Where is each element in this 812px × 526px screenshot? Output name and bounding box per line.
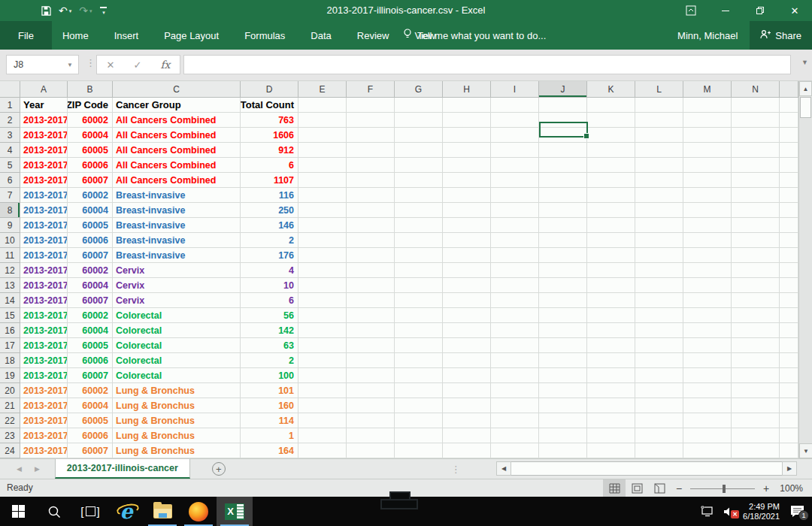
zoom-out-icon[interactable]: −	[671, 482, 687, 494]
cell[interactable]: 60005	[68, 143, 113, 158]
new-sheet-icon[interactable]: +	[212, 462, 226, 476]
cell[interactable]: 2013-2017	[20, 143, 68, 158]
zoom-slider-thumb[interactable]	[723, 485, 726, 493]
cell[interactable]: 60002	[68, 113, 113, 128]
action-center-icon[interactable]: 1	[790, 505, 804, 518]
cell[interactable]	[347, 323, 395, 338]
cell[interactable]: Lung & Bronchus	[113, 428, 241, 443]
cell[interactable]	[491, 128, 539, 143]
cell[interactable]	[732, 428, 780, 443]
cell[interactable]	[732, 113, 780, 128]
cell[interactable]	[780, 308, 798, 323]
row-header-2[interactable]: 2	[0, 113, 20, 128]
cell[interactable]	[635, 428, 683, 443]
cell[interactable]: 2013-2017	[20, 188, 68, 203]
cell[interactable]	[587, 398, 635, 413]
cell[interactable]	[443, 308, 491, 323]
zoom-in-icon[interactable]: +	[758, 482, 774, 494]
cell[interactable]	[347, 203, 395, 218]
column-header-partial[interactable]	[780, 81, 798, 98]
horizontal-scrollbar[interactable]: ◀ ▶	[496, 461, 797, 476]
cell[interactable]	[732, 293, 780, 308]
scroll-left-icon[interactable]: ◀	[496, 461, 511, 476]
cell[interactable]: 146	[241, 218, 298, 233]
tell-me-box[interactable]: Tell me what you want to do...	[403, 21, 546, 50]
file-explorer-icon[interactable]	[144, 497, 180, 526]
cell[interactable]	[587, 443, 635, 458]
undo-button[interactable]: ↶▾	[59, 5, 71, 16]
cell[interactable]: Breast-invasive	[113, 218, 241, 233]
cell[interactable]	[587, 278, 635, 293]
cell[interactable]	[539, 233, 587, 248]
cell[interactable]	[298, 233, 347, 248]
cell[interactable]: All Cancers Combined	[113, 158, 241, 173]
cell[interactable]: 1	[241, 428, 298, 443]
cell[interactable]	[347, 443, 395, 458]
minimize-button[interactable]	[708, 0, 743, 21]
cell[interactable]	[683, 263, 732, 278]
vertical-scroll-thumb[interactable]	[800, 97, 811, 118]
cell[interactable]	[347, 353, 395, 368]
cell[interactable]	[780, 203, 798, 218]
cell[interactable]	[539, 308, 587, 323]
excel-taskbar-icon[interactable]: X	[217, 497, 253, 526]
cell[interactable]	[587, 428, 635, 443]
cell[interactable]	[347, 173, 395, 188]
cell[interactable]: 60002	[68, 263, 113, 278]
cell[interactable]	[443, 443, 491, 458]
cell[interactable]	[347, 368, 395, 383]
cell[interactable]	[683, 368, 732, 383]
cell[interactable]	[683, 158, 732, 173]
cell[interactable]	[491, 203, 539, 218]
cell[interactable]	[347, 158, 395, 173]
cell[interactable]	[539, 338, 587, 353]
cell[interactable]: 1107	[241, 173, 298, 188]
row-header-19[interactable]: 19	[0, 368, 20, 383]
column-header-C[interactable]: C	[113, 81, 241, 98]
cell[interactable]	[395, 323, 443, 338]
previous-sheet-icon[interactable]: ◀	[17, 465, 22, 473]
cell[interactable]: 56	[241, 308, 298, 323]
cell[interactable]	[732, 443, 780, 458]
share-button[interactable]: Share	[750, 21, 812, 50]
cell[interactable]	[587, 203, 635, 218]
cell[interactable]: 2013-2017	[20, 353, 68, 368]
column-header-D[interactable]: D	[241, 81, 298, 98]
cell[interactable]	[635, 308, 683, 323]
tab-page-layout[interactable]: Page Layout	[153, 21, 229, 50]
cell[interactable]	[539, 173, 587, 188]
scroll-up-icon[interactable]: ▲	[799, 81, 812, 96]
cell[interactable]: 2013-2017	[20, 308, 68, 323]
cell[interactable]	[539, 293, 587, 308]
cell[interactable]	[443, 248, 491, 263]
cell[interactable]	[395, 308, 443, 323]
cell[interactable]	[491, 113, 539, 128]
cell[interactable]	[587, 338, 635, 353]
cell[interactable]	[443, 188, 491, 203]
cell[interactable]	[780, 368, 798, 383]
cell[interactable]	[347, 218, 395, 233]
cell[interactable]: 142	[241, 323, 298, 338]
cell[interactable]: Lung & Bronchus	[113, 383, 241, 398]
cell[interactable]	[635, 278, 683, 293]
cell[interactable]	[635, 398, 683, 413]
cell[interactable]	[587, 383, 635, 398]
cell[interactable]	[443, 428, 491, 443]
cell[interactable]	[539, 263, 587, 278]
row-header-24[interactable]: 24	[0, 443, 20, 458]
cell[interactable]: 60004	[68, 128, 113, 143]
cell[interactable]: 2013-2017	[20, 443, 68, 458]
cell[interactable]	[395, 128, 443, 143]
cell[interactable]: Colorectal	[113, 368, 241, 383]
cell[interactable]	[635, 158, 683, 173]
cell[interactable]	[683, 293, 732, 308]
cell[interactable]: 2013-2017	[20, 428, 68, 443]
cell[interactable]	[298, 278, 347, 293]
cell[interactable]	[539, 203, 587, 218]
cell[interactable]: Breast-invasive	[113, 233, 241, 248]
row-header-17[interactable]: 17	[0, 338, 20, 353]
cell[interactable]	[443, 203, 491, 218]
cell[interactable]	[732, 248, 780, 263]
cell[interactable]	[732, 173, 780, 188]
cell[interactable]	[298, 293, 347, 308]
